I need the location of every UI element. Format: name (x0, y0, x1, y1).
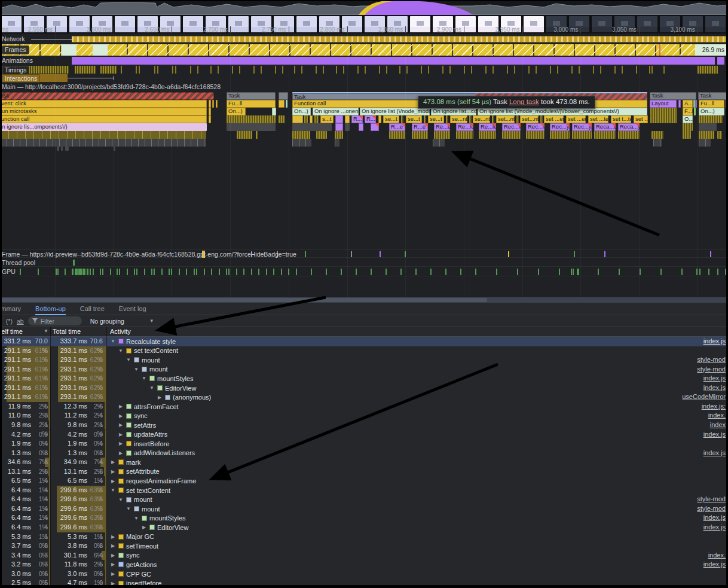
collapse-icon[interactable]: ▼ (126, 357, 131, 362)
flame-event-sliver[interactable] (446, 115, 448, 123)
flame-event-sliver[interactable] (359, 123, 363, 131)
activity-cell[interactable]: ▼set textContent (110, 486, 170, 495)
collapse-icon[interactable]: ▼ (149, 385, 155, 391)
activity-cell[interactable]: ▼set textContent (118, 346, 178, 356)
activity-cell[interactable]: ▶getActions (110, 560, 157, 569)
flame-event-sliver[interactable] (650, 115, 677, 123)
activity-label[interactable]: CPP GC (126, 571, 151, 578)
activity-label[interactable]: addWindowListeners (134, 449, 195, 456)
activity-cell[interactable]: ▼mount (133, 365, 168, 374)
flame-event-sliver[interactable] (469, 115, 472, 123)
filter-input[interactable]: Filter (28, 316, 82, 325)
flame-event-sliver[interactable] (389, 131, 405, 139)
activity-label[interactable]: setTimeout (126, 543, 158, 550)
flame-event[interactable]: se...t (383, 115, 399, 123)
flame-event[interactable]: Fu...ll (227, 100, 276, 108)
activity-cell[interactable]: ▶setAttrs (118, 421, 156, 430)
table-row[interactable]: 6.4 ms1.4 %299.6 ms63.3 %▶EditorViewinde… (0, 523, 728, 532)
activity-label[interactable]: mountStyles (157, 375, 194, 382)
source-location-link[interactable]: index.js (703, 513, 726, 523)
activity-label[interactable]: (anonymous) (173, 394, 211, 401)
activity-cell[interactable]: ▶CPP GC (110, 569, 151, 579)
activity-cell[interactable]: ▼mount (126, 504, 160, 514)
flame-event[interactable]: Task (227, 92, 276, 100)
activity-label[interactable]: EditorView (157, 524, 188, 531)
expand-icon[interactable]: ▶ (118, 404, 124, 409)
activity-label[interactable]: mount (134, 496, 152, 503)
expand-icon[interactable]: ▶ (157, 395, 163, 400)
expand-icon[interactable]: ▶ (110, 571, 116, 577)
flame-event-sliver[interactable] (717, 131, 722, 139)
activity-cell[interactable]: ▼mountStyles (141, 374, 194, 383)
flame-event-sliver[interactable] (378, 115, 381, 123)
flame-event-sliver[interactable] (699, 139, 711, 147)
thread-pool-track[interactable]: Thread pool (0, 258, 728, 267)
flame-event-sliver[interactable] (335, 115, 343, 123)
source-location-link[interactable]: style-mod (697, 504, 726, 514)
flame-event[interactable]: Rec...yle (550, 123, 570, 131)
tab-bottom-up[interactable]: Bottom-up (35, 303, 66, 315)
collapse-icon[interactable]: ▼ (133, 367, 139, 372)
table-row[interactable]: 291.1 ms61.6 %293.1 ms62.0 %▼EditorViewi… (0, 383, 728, 393)
activity-label[interactable]: requestAnimationFrame (126, 477, 196, 485)
flame-event[interactable]: set t...tent (611, 115, 631, 123)
scrollbar-thumb[interactable] (0, 298, 487, 302)
flame-event[interactable]: Rec...yle (572, 123, 592, 131)
table-row[interactable]: 11.9 ms2.5 %12.3 ms2.6 %▶attrsFromFaceti… (0, 402, 728, 412)
flame-event-sliver[interactable] (540, 115, 543, 123)
activity-label[interactable]: sync (126, 552, 140, 559)
flame-event-sliver[interactable] (371, 123, 379, 131)
activity-cell[interactable]: ▶setTimeout (110, 541, 158, 551)
activity-cell[interactable]: ▶sync (110, 551, 140, 560)
grouping-select[interactable]: No grouping (90, 318, 124, 325)
activity-label[interactable]: setAttribute (126, 468, 160, 475)
flame-event-sliver[interactable] (212, 100, 214, 108)
activity-label[interactable]: setAttrs (134, 422, 156, 429)
gpu-track[interactable]: GPU (0, 267, 728, 276)
flame-event[interactable]: Rec...le (502, 123, 521, 131)
flame-event[interactable]: Task (698, 92, 728, 100)
collapse-icon[interactable]: ▼ (141, 376, 147, 381)
activity-cell[interactable]: ▶mark (110, 458, 140, 467)
activity-label[interactable]: mark (126, 459, 140, 466)
activity-cell[interactable]: ▶insertBefore (118, 439, 169, 449)
flame-event[interactable]: set ...tent (634, 115, 648, 123)
flame-event[interactable]: Rec...le (526, 123, 545, 131)
flame-event[interactable]: Reca...yle (618, 123, 640, 131)
flame-event[interactable]: On ignore ...onents\/) (313, 108, 359, 115)
source-location-link[interactable]: index.js: (702, 402, 726, 412)
flame-event[interactable]: Re...le (479, 123, 496, 131)
flame-event[interactable]: set ...ent (566, 115, 586, 123)
column-divider[interactable] (50, 327, 51, 588)
table-row[interactable]: 291.1 ms61.6 %293.1 ms62.0 %▶(anonymous)… (0, 392, 728, 402)
source-location-link[interactable]: index.js (703, 560, 726, 569)
flame-event[interactable]: s...t (320, 115, 334, 123)
flame-event[interactable]: On ignore lis...omponents\/) (0, 123, 207, 131)
activity-cell[interactable]: ▶requestAnimationFrame (110, 476, 196, 486)
flame-event[interactable]: set ...ent (544, 115, 564, 123)
flame-event-sliver[interactable] (678, 100, 681, 108)
activity-label[interactable]: Recalculate style (126, 338, 176, 345)
tab-summary[interactable]: Summary (0, 303, 21, 315)
flame-event-sliver[interactable] (279, 100, 285, 108)
flame-event-sliver[interactable] (433, 139, 445, 147)
tab-call-tree[interactable]: Call tree (80, 303, 105, 315)
table-row[interactable]: 9.8 ms2.1 %9.8 ms2.1 %▶setAttrsindex (0, 421, 728, 430)
expand-icon[interactable]: ▶ (118, 450, 124, 456)
activity-label[interactable]: Major GC (126, 533, 154, 540)
activity-cell[interactable]: ▶(anonymous) (157, 392, 211, 402)
flame-event[interactable]: Fu...ll (699, 100, 724, 108)
table-row[interactable]: 13.1 ms2.8 %13.1 ms2.8 %▶setAttribute (0, 467, 728, 477)
flame-event-sliver[interactable] (550, 131, 570, 139)
expand-icon[interactable]: ▶ (118, 422, 124, 428)
activity-label[interactable]: mount (142, 505, 160, 513)
flame-event-sliver[interactable] (650, 108, 677, 115)
long-task-link[interactable]: Long task (509, 98, 539, 105)
flame-event[interactable]: On...) (227, 108, 246, 115)
activity-label[interactable]: sync (134, 412, 148, 419)
table-row[interactable]: 11.0 ms2.3 %11.2 ms2.4 %▶syncindex. (0, 411, 728, 421)
flame-event-sliver[interactable] (292, 123, 332, 131)
expand-icon[interactable]: ▶ (110, 562, 116, 567)
flame-event-sliver[interactable] (335, 131, 343, 139)
source-location-link[interactable]: index. (708, 411, 726, 421)
